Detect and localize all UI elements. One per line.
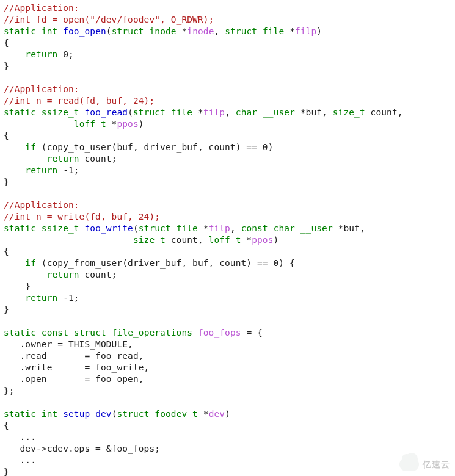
kw-struct: struct [139, 223, 171, 233]
type-loff: loff_t [74, 119, 106, 129]
kw-int: int [42, 409, 58, 419]
ellipsis: ... [4, 432, 36, 442]
cloud-icon [399, 458, 419, 471]
comment-line: //Application: [4, 3, 79, 13]
paren: ) [225, 409, 230, 419]
kw-struct: struct [112, 26, 144, 36]
kw-char: char [274, 223, 295, 233]
kw-char: char [236, 107, 257, 117]
field-read: .read = foo_read, [4, 351, 144, 361]
star: * [198, 223, 209, 233]
brace: } [4, 177, 9, 187]
kw-struct: struct [117, 409, 149, 419]
star: * [106, 119, 117, 129]
ellipsis: ... [4, 455, 36, 465]
type-inode: inode [149, 26, 176, 36]
type-file: file [263, 26, 284, 36]
watermark-text: 亿速云 [423, 459, 450, 471]
kw-struct: struct [74, 328, 106, 337]
literal: -1; [57, 165, 79, 175]
fn-name: foo_write [84, 223, 133, 233]
kw-return: return [47, 270, 79, 279]
param-ppos: ppos [117, 119, 138, 129]
star: * [177, 26, 187, 36]
brace: } [4, 305, 9, 314]
field-write: .write = foo_write, [4, 362, 149, 372]
comma: , [230, 223, 241, 233]
literal: count; [79, 154, 117, 164]
param-count: count, [166, 235, 209, 245]
type-ssize: ssize_t [42, 107, 79, 117]
param-filp: filp [209, 223, 230, 233]
literal: -1; [57, 293, 79, 303]
comma: , [225, 107, 236, 117]
fn-name: setup_dev [63, 409, 111, 419]
type-foodev: foodev_t [155, 409, 198, 419]
brace: { [4, 131, 9, 140]
param-filp: filp [203, 107, 225, 117]
comment-line: //int fd = open("/dev/foodev", O_RDWR); [4, 15, 214, 24]
comment-line: //int n = write(fd, buf, 24); [4, 212, 160, 222]
kw-user: __user [263, 107, 295, 117]
kw-struct: struct [225, 26, 257, 36]
param-ppos: ppos [252, 235, 273, 245]
brace: }; [4, 386, 15, 395]
kw-return: return [25, 49, 57, 59]
kw-static: static [4, 409, 36, 419]
kw-static: static [4, 328, 36, 337]
comment-line: //Application: [4, 84, 79, 94]
type-fops: file_operations [112, 328, 192, 337]
type-loff: loff_t [209, 235, 241, 245]
star: * [198, 409, 209, 419]
star: *buf, [295, 107, 333, 117]
brace: } [4, 467, 9, 476]
comment-line: //int n = read(fd, buf, 24); [4, 96, 155, 106]
param-count: count, [365, 107, 403, 117]
type-size: size_t [133, 235, 166, 245]
kw-static: static [4, 107, 36, 117]
kw-return: return [25, 165, 57, 175]
paren: ) [139, 119, 144, 129]
watermark: 亿速云 [399, 458, 450, 471]
brace: { [4, 420, 9, 430]
type-size: size_t [333, 107, 365, 117]
comma: , [214, 26, 225, 36]
param-inode: inode [187, 26, 214, 36]
kw-const: const [42, 328, 68, 337]
fn-name: foo_open [63, 26, 106, 36]
brace: } [4, 61, 9, 71]
type-ssize: ssize_t [42, 223, 79, 233]
assign-ops: dev->cdev.ops = &foo_fops; [4, 444, 160, 453]
literal: count; [79, 270, 117, 279]
kw-static: static [4, 223, 36, 233]
condition: (copy_to_user(buf, driver_buf, count) ==… [36, 142, 274, 152]
kw-return: return [25, 293, 57, 303]
brace: { [4, 247, 9, 256]
brace: { [4, 38, 9, 48]
param-filp: filp [295, 26, 316, 36]
kw-static: static [4, 26, 36, 36]
code-block: //Application: //int fd = open("/dev/foo… [0, 0, 455, 476]
brace: } [4, 281, 31, 291]
star: * [192, 107, 203, 117]
var-fops: foo_fops [198, 328, 241, 337]
field-open: .open = foo_open, [4, 374, 144, 384]
kw-if: if [25, 142, 36, 152]
kw-int: int [42, 26, 58, 36]
type-file: file [171, 107, 192, 117]
comment-line: //Application: [4, 200, 79, 210]
param-dev: dev [209, 409, 225, 419]
brace: = { [241, 328, 263, 337]
star: * [284, 26, 295, 36]
paren: ) [316, 26, 322, 36]
field-owner: .owner = THIS_MODULE, [4, 339, 133, 349]
kw-return: return [47, 154, 79, 164]
kw-struct: struct [133, 107, 166, 117]
type-file: file [177, 223, 198, 233]
paren: ( [128, 107, 133, 117]
kw-if: if [25, 258, 36, 268]
star: * [241, 235, 252, 245]
kw-const: const [241, 223, 268, 233]
star: *buf, [333, 223, 365, 233]
paren: ( [133, 223, 139, 233]
